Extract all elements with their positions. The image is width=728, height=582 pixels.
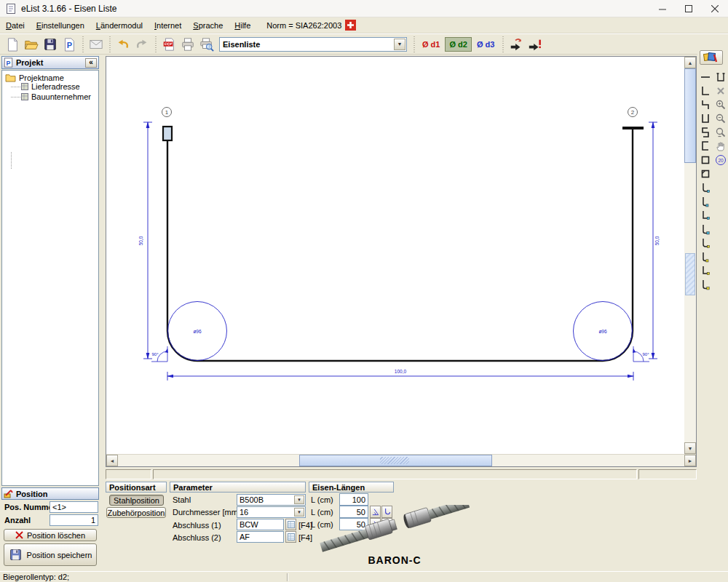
svg-text:1: 1: [165, 109, 169, 116]
project-tree: Projektname Lieferadresse Bauunternehmer: [1, 70, 99, 486]
list-type-combobox[interactable]: Eisenliste ▼: [219, 37, 407, 52]
abschluss1-picker-button[interactable]: [285, 519, 296, 530]
tree-item-projektname[interactable]: Projektname: [5, 73, 64, 82]
durchmesser-select[interactable]: 16 ▼: [237, 506, 306, 518]
menu-datei[interactable]: Datei: [0, 19, 31, 32]
diameter-d2-button[interactable]: Ø d2: [445, 37, 471, 52]
shape-c-icon[interactable]: [699, 140, 712, 153]
window-title: eList 3.1.66 - Eisen Liste: [21, 4, 116, 14]
abschluss2-picker-button[interactable]: [285, 531, 296, 543]
collapse-panel-button[interactable]: «: [85, 58, 97, 68]
zoom-fit-icon[interactable]: [714, 126, 727, 139]
email-button[interactable]: [87, 36, 106, 53]
horizontal-scrollbar[interactable]: ◄ ►: [106, 455, 696, 466]
pan-hand-icon[interactable]: [714, 140, 727, 153]
zoom-in-icon[interactable]: [714, 98, 727, 111]
vertical-scrollbar[interactable]: ▲ ▼: [684, 57, 696, 454]
delete-position-button[interactable]: Position löschen: [4, 529, 97, 541]
pos-number-label: Pos. Nummer: [4, 503, 56, 511]
vertical-scroll-thumb[interactable]: [684, 68, 696, 163]
svg-text:90°: 90°: [151, 352, 159, 356]
print-button[interactable]: [178, 36, 197, 53]
abschluss1-input[interactable]: [237, 519, 284, 530]
zubehoerposition-button[interactable]: Zubehörposition: [106, 507, 166, 518]
anzahl-input[interactable]: [50, 514, 98, 526]
tree-connector: [11, 97, 21, 97]
horizontal-scroll-thumb[interactable]: [299, 455, 492, 466]
abschluss2-f4-hint: [F4]: [298, 533, 312, 542]
shape-palette-button[interactable]: [700, 50, 723, 65]
pdf-export-button[interactable]: [159, 36, 178, 53]
shape-stirrup-hook-icon[interactable]: [699, 167, 712, 180]
hook-end-icon-6[interactable]: [699, 250, 712, 263]
zoom-out-icon[interactable]: [714, 112, 727, 125]
shape-custom-icon[interactable]: [714, 71, 727, 84]
menu-hilfe[interactable]: Hilfe: [229, 19, 256, 32]
tree-item-lieferadresse[interactable]: Lieferadresse: [21, 82, 80, 91]
shape-stirrup-icon[interactable]: [699, 154, 712, 167]
application-window: eList 3.1.66 - Eisen Liste Datei Einstel…: [0, 0, 728, 582]
print-preview-button[interactable]: [197, 36, 216, 53]
status-cell: [106, 469, 151, 479]
scroll-left-button[interactable]: ◄: [106, 455, 118, 466]
menu-laendermodul[interactable]: Ländermodul: [90, 19, 149, 32]
close-button[interactable]: [702, 0, 728, 17]
hook-end-icon-8[interactable]: [699, 278, 712, 291]
baron-caption: BARON-C: [318, 554, 471, 566]
tree-item-bauunternehmer[interactable]: Bauunternehmer: [21, 92, 91, 101]
save-position-label: Position speichern: [27, 551, 92, 559]
undo-button[interactable]: [114, 36, 132, 53]
print-form-button[interactable]: P: [60, 36, 79, 53]
bending-roller-left: ø96: [168, 302, 227, 361]
l1-input[interactable]: [339, 493, 368, 506]
transfer-position-button[interactable]: [507, 36, 526, 53]
transfer-all-button[interactable]: [526, 36, 545, 53]
rebar-shape[interactable]: [167, 129, 633, 361]
drawing-canvas[interactable]: 1 2 ø96 ø96: [106, 57, 684, 454]
stahlposition-button[interactable]: Stahlposition: [109, 495, 164, 506]
zoom-value-badge[interactable]: 20: [714, 154, 727, 167]
shape-l-icon[interactable]: [699, 84, 712, 97]
save-button[interactable]: [41, 36, 60, 53]
diameter-d1-button[interactable]: Ø d1: [419, 37, 443, 52]
stahl-select[interactable]: B500B ▼: [237, 494, 306, 506]
open-file-button[interactable]: [22, 36, 41, 53]
app-icon: [5, 3, 17, 15]
hook-end-icon-4[interactable]: [699, 223, 712, 236]
scroll-up-button[interactable]: ▲: [684, 57, 696, 68]
redo-button[interactable]: [132, 36, 151, 53]
diameter-d3-button[interactable]: Ø d3: [473, 37, 498, 52]
shape-s-icon[interactable]: [699, 126, 712, 139]
pos-number-input[interactable]: [50, 501, 98, 513]
chevron-down-icon[interactable]: ▼: [294, 495, 304, 504]
swiss-flag-icon: [345, 20, 356, 31]
new-file-button[interactable]: [3, 36, 22, 53]
menu-internet[interactable]: Internet: [149, 19, 187, 32]
angle-annotation-right: 90°: [633, 346, 649, 362]
save-position-button[interactable]: Position speichern: [4, 543, 97, 566]
scroll-right-button[interactable]: ►: [684, 455, 696, 466]
scroll-down-button[interactable]: ▼: [684, 442, 696, 454]
shape-straight-icon[interactable]: [699, 71, 712, 84]
delete-shape-icon[interactable]: [714, 84, 727, 97]
hook-end-icon-7[interactable]: [699, 264, 712, 277]
table-picker-icon: [288, 521, 295, 528]
chevron-down-icon[interactable]: ▼: [294, 508, 304, 517]
hook-end-icon-3[interactable]: [699, 209, 712, 222]
abschluss2-input[interactable]: [237, 531, 284, 543]
dimension-right: 50,0: [649, 121, 660, 359]
chevron-down-icon[interactable]: ▼: [394, 39, 405, 50]
hook-end-icon-2[interactable]: [699, 195, 712, 208]
svg-text:50,0: 50,0: [654, 236, 660, 245]
status-cell: [153, 469, 637, 479]
shape-u-icon[interactable]: [699, 112, 712, 125]
hook-end-icon-1[interactable]: [699, 181, 712, 194]
menu-einstellungen[interactable]: Einstellungen: [31, 19, 90, 32]
minimize-button[interactable]: [649, 0, 676, 17]
shape-z-icon[interactable]: [699, 98, 712, 111]
anzahl-label: Anzahl: [4, 516, 31, 525]
menu-sprache[interactable]: Sprache: [187, 19, 229, 32]
maximize-button[interactable]: [676, 0, 702, 17]
hook-end-icon-5[interactable]: [699, 236, 712, 250]
durchmesser-value: 16: [237, 508, 248, 517]
